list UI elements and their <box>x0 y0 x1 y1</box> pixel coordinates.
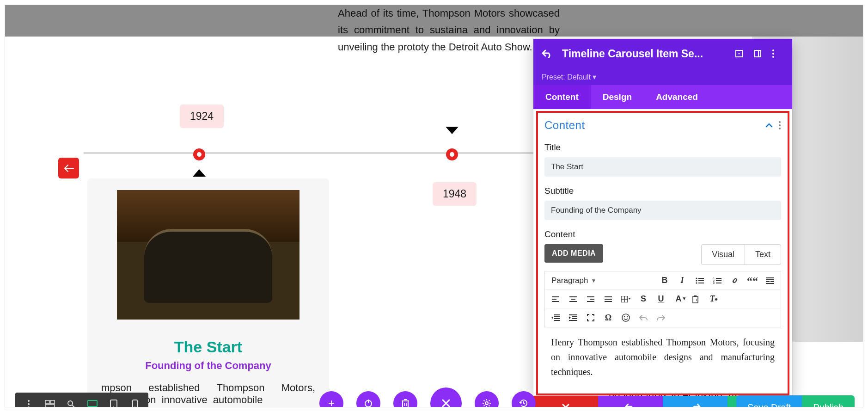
svg-point-14 <box>696 282 697 283</box>
menu-icon[interactable] <box>18 394 39 407</box>
tab-design[interactable]: Design <box>591 85 644 109</box>
bullet-list-button[interactable] <box>693 274 707 288</box>
wireframe-icon[interactable] <box>39 394 61 407</box>
year-label-2: 1948 <box>433 182 477 206</box>
undo-button[interactable] <box>636 311 650 325</box>
add-media-button[interactable]: ADD MEDIA <box>544 244 603 263</box>
bold-button[interactable]: B <box>658 274 672 288</box>
special-char-button[interactable]: Ω <box>601 311 615 325</box>
redo-panel-button[interactable] <box>663 396 727 407</box>
history-button[interactable] <box>512 391 536 407</box>
expand-icon[interactable] <box>735 49 747 58</box>
builder-toolbar: + <box>319 389 536 407</box>
tablet-view-icon[interactable] <box>103 394 124 407</box>
align-right-button[interactable] <box>584 292 598 306</box>
svg-point-55 <box>627 316 628 317</box>
zoom-icon[interactable] <box>61 394 82 407</box>
svg-point-70 <box>68 401 73 406</box>
visual-tab[interactable]: Visual <box>702 245 745 264</box>
desktop-view-icon[interactable] <box>82 394 103 407</box>
publish-button[interactable]: Publish <box>802 395 855 407</box>
card-title: The Start <box>101 338 315 356</box>
collapse-icon[interactable] <box>765 123 773 128</box>
svg-text:3: 3 <box>713 282 715 284</box>
close-builder-button[interactable] <box>430 387 462 407</box>
timeline-dot-1[interactable] <box>193 148 205 160</box>
svg-rect-43 <box>694 295 697 297</box>
back-button[interactable] <box>542 49 553 58</box>
title-input[interactable] <box>544 157 781 177</box>
undo-arrow-icon <box>542 49 553 58</box>
align-left-button[interactable] <box>549 292 562 306</box>
snap-icon[interactable] <box>753 49 765 58</box>
text-tab[interactable]: Text <box>745 245 781 264</box>
editor-toolbar: Paragraph▼ B I 123 ““ S <box>544 271 781 327</box>
tab-advanced[interactable]: Advanced <box>644 85 710 109</box>
mobile-view-icon[interactable] <box>124 394 146 407</box>
link-button[interactable] <box>728 274 742 288</box>
timeline-card[interactable]: The Start Founding of the Company mpson … <box>87 178 329 407</box>
undo-panel-button[interactable] <box>598 396 663 407</box>
add-button[interactable]: + <box>319 391 343 407</box>
discard-button[interactable] <box>533 396 598 407</box>
svg-point-64 <box>28 400 30 402</box>
more-button[interactable] <box>763 274 777 288</box>
outdent-button[interactable] <box>549 311 562 325</box>
svg-rect-22 <box>766 277 774 278</box>
svg-rect-23 <box>766 279 774 280</box>
emoji-button[interactable] <box>619 311 633 325</box>
svg-rect-58 <box>403 401 408 407</box>
italic-button[interactable]: I <box>675 274 689 288</box>
quote-button[interactable]: ““ <box>746 274 759 288</box>
content-editor[interactable]: Henry Thompson established Thompson Moto… <box>544 327 781 387</box>
strike-button[interactable]: S <box>636 292 650 306</box>
settings-button[interactable] <box>475 391 499 407</box>
dim-overlay <box>5 5 863 37</box>
svg-point-54 <box>624 316 625 317</box>
underline-button[interactable]: U <box>654 292 668 306</box>
svg-rect-25 <box>770 281 774 282</box>
preset-selector[interactable]: Preset: Default ▾ <box>533 68 792 85</box>
table-button[interactable] <box>619 292 633 306</box>
save-draft-button[interactable]: Save Draft <box>736 395 802 407</box>
align-justify-button[interactable] <box>601 292 615 306</box>
svg-rect-69 <box>45 405 55 407</box>
svg-rect-74 <box>110 400 117 407</box>
redo-button[interactable] <box>654 311 668 325</box>
timeline-dot-2[interactable] <box>446 148 458 160</box>
year-label-1: 1924 <box>180 105 224 128</box>
paste-text-button[interactable]: T <box>689 292 703 306</box>
svg-point-5 <box>772 53 774 55</box>
content-section-highlight: Content Title Subtitle Content ADD MEDIA… <box>536 111 789 395</box>
svg-rect-67 <box>45 400 49 404</box>
subtitle-label: Subtitle <box>544 186 781 196</box>
format-select[interactable]: Paragraph▼ <box>549 276 613 285</box>
section-heading[interactable]: Content <box>544 119 765 132</box>
svg-point-9 <box>779 128 781 129</box>
svg-rect-76 <box>133 400 137 407</box>
svg-rect-72 <box>88 400 97 406</box>
number-list-button[interactable]: 123 <box>710 274 724 288</box>
section-menu-icon[interactable] <box>778 121 781 130</box>
text-color-button[interactable]: A▼ <box>672 292 685 306</box>
indent-button[interactable] <box>566 311 580 325</box>
settings-panel: Timeline Carousel Item Se... Preset: Def… <box>533 39 792 395</box>
panel-menu-icon[interactable] <box>772 49 784 58</box>
align-center-button[interactable] <box>566 292 580 306</box>
pointer-up-icon <box>193 169 206 177</box>
svg-point-53 <box>622 314 630 321</box>
panel-header: Timeline Carousel Item Se... <box>533 39 792 68</box>
svg-point-7 <box>779 121 781 123</box>
svg-point-4 <box>772 49 774 51</box>
arrow-left-icon <box>64 165 74 172</box>
prev-button[interactable] <box>58 158 79 178</box>
trash-button[interactable] <box>393 391 417 407</box>
title-label: Title <box>544 142 781 153</box>
panel-tabs: Content Design Advanced <box>533 85 792 109</box>
fullscreen-button[interactable] <box>584 311 598 325</box>
tab-content[interactable]: Content <box>533 85 591 109</box>
svg-point-10 <box>696 277 697 279</box>
subtitle-input[interactable] <box>544 201 781 220</box>
clear-format-button[interactable]: Tx <box>707 292 721 306</box>
power-button[interactable] <box>356 391 380 407</box>
